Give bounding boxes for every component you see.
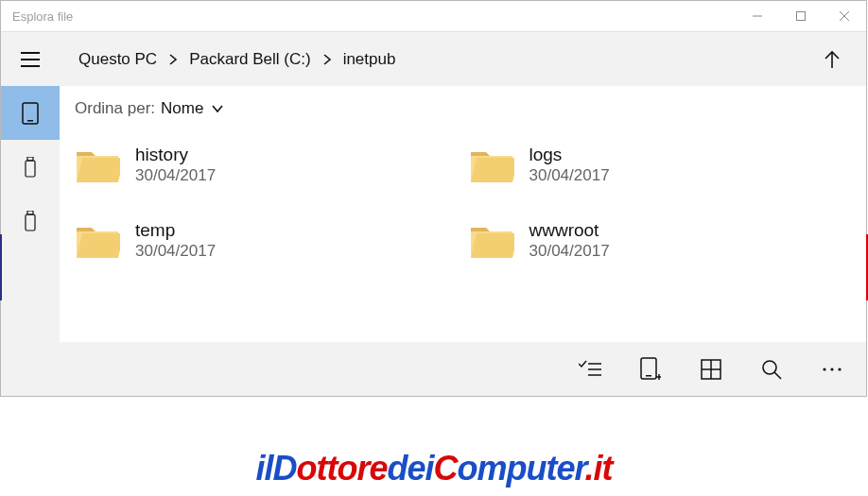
file-explorer-window: Esplora file [0, 0, 867, 397]
file-name: history [135, 145, 216, 166]
usb-drive-icon [25, 157, 36, 178]
folder-item[interactable]: logs 30/04/2017 [469, 135, 852, 196]
file-date: 30/04/2017 [135, 241, 216, 262]
window-body: Questo PC Packard Bell (C:) inetpub [1, 32, 866, 396]
breadcrumb-item[interactable]: inetpub [339, 46, 400, 73]
svg-point-31 [830, 368, 833, 370]
watermark-part: omputer [458, 449, 585, 487]
view-grid-button[interactable] [685, 351, 738, 388]
search-button[interactable] [745, 351, 798, 388]
folder-item[interactable]: wwwroot 30/04/2017 [469, 211, 852, 271]
watermark: ilDottoredeiComputer.it [0, 449, 868, 488]
file-name: logs [529, 145, 610, 166]
file-name: wwwroot [529, 220, 610, 242]
window-controls [736, 1, 866, 31]
folder-icon [75, 146, 120, 184]
new-item-button[interactable] [624, 351, 677, 388]
svg-rect-10 [26, 161, 35, 177]
file-date: 30/04/2017 [529, 241, 610, 262]
arrow-up-icon [823, 49, 842, 70]
file-meta: history 30/04/2017 [135, 145, 216, 187]
file-meta: wwwroot 30/04/2017 [529, 220, 610, 263]
watermark-part: C [434, 449, 458, 487]
folder-item[interactable]: temp 30/04/2017 [75, 211, 458, 271]
breadcrumb-item[interactable]: Questo PC [75, 46, 161, 73]
svg-rect-11 [27, 211, 33, 214]
chevron-down-icon [211, 99, 224, 118]
grid-icon [701, 359, 721, 380]
more-button[interactable] [806, 351, 859, 388]
watermark-part: .it [585, 449, 613, 487]
breadcrumb-item[interactable]: Packard Bell (C:) [185, 46, 314, 73]
new-tablet-icon [640, 357, 661, 382]
file-grid: history 30/04/2017 logs [60, 129, 866, 342]
hamburger-icon [20, 51, 41, 68]
file-name: temp [135, 220, 216, 242]
watermark-part: dei [387, 449, 433, 487]
close-button[interactable] [823, 1, 866, 31]
folder-icon [75, 222, 120, 260]
tablet-icon [22, 102, 39, 125]
file-date: 30/04/2017 [135, 165, 216, 186]
watermark-part: ilD [255, 449, 296, 487]
svg-point-28 [763, 361, 776, 374]
select-button[interactable] [564, 351, 616, 388]
search-icon [760, 358, 783, 381]
decorative-edge [0, 234, 2, 300]
folder-item[interactable]: history 30/04/2017 [75, 135, 458, 196]
sidebar-item-drive-1[interactable] [1, 140, 60, 194]
checklist-icon [579, 360, 601, 379]
up-button[interactable] [815, 43, 849, 77]
minimize-button[interactable] [736, 1, 779, 31]
svg-rect-1 [797, 12, 806, 21]
usb-drive-icon [25, 211, 36, 231]
svg-line-29 [774, 372, 781, 379]
svg-point-32 [838, 368, 841, 370]
svg-point-30 [823, 368, 825, 370]
window-title: Esplora file [1, 9, 73, 24]
hamburger-menu-button[interactable] [1, 32, 60, 86]
svg-rect-22 [646, 375, 651, 377]
file-meta: logs 30/04/2017 [529, 145, 610, 187]
sidebar-item-drive-2[interactable] [1, 194, 60, 248]
sidebar [1, 32, 60, 396]
sidebar-item-this-pc[interactable] [1, 86, 60, 140]
breadcrumb-bar: Questo PC Packard Bell (C:) inetpub [60, 32, 866, 86]
sort-bar: Ordina per: Nome [60, 86, 866, 129]
chevron-right-icon [161, 53, 185, 66]
ellipsis-icon [822, 367, 842, 372]
file-date: 30/04/2017 [529, 165, 610, 186]
maximize-button[interactable] [779, 1, 823, 31]
watermark-part: ottore [296, 449, 387, 487]
sort-label: Ordina per: [75, 99, 155, 118]
svg-rect-9 [27, 157, 33, 161]
folder-icon [469, 146, 514, 184]
folder-icon [469, 222, 514, 260]
sort-value-text: Nome [161, 99, 203, 118]
file-meta: temp 30/04/2017 [135, 220, 216, 263]
svg-rect-8 [27, 120, 33, 122]
sort-dropdown[interactable]: Nome [161, 99, 224, 118]
content-area: Questo PC Packard Bell (C:) inetpub [60, 32, 866, 396]
bottom-toolbar [60, 342, 866, 396]
chevron-right-icon [315, 53, 339, 66]
titlebar: Esplora file [1, 1, 866, 32]
svg-rect-12 [26, 214, 35, 231]
